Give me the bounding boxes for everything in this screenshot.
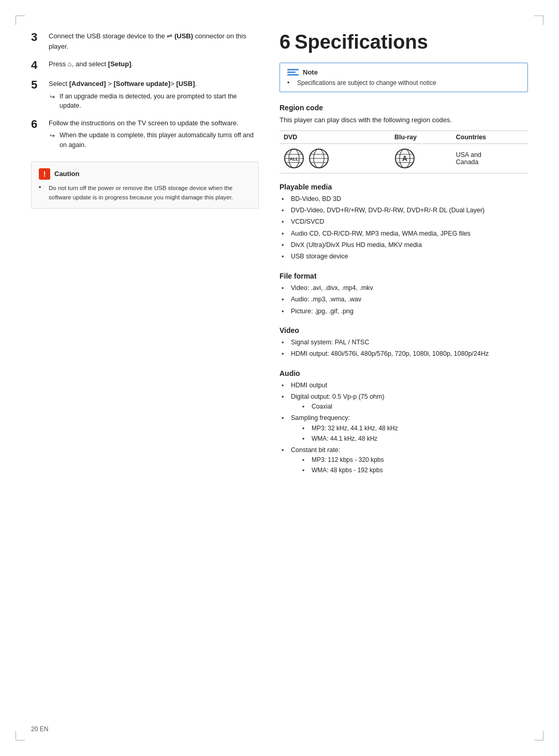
- list-item: • HDMI output: [280, 381, 528, 391]
- note-line-2: [287, 71, 296, 73]
- corner-mark-tl: [16, 16, 25, 25]
- caution-bullet: • Do not turn off the power or remove th…: [39, 184, 251, 202]
- list-item: •DivX (Ultra)/DivX Plus HD media, MKV me…: [280, 240, 528, 251]
- step-3-content: Connect the USB storage device to the ⇌ …: [49, 31, 259, 52]
- list-item: •Audio: .mp3, .wma, .wav: [280, 295, 528, 305]
- dvd-icons: ALL: [284, 148, 386, 169]
- sub-list: •MP3: 32 kHz, 44.1 kHz, 48 kHz •WMA: 44.…: [300, 424, 398, 444]
- bullet-dot: •: [282, 229, 288, 239]
- step-4-number: 4: [31, 59, 43, 71]
- step-5: 5 Select [Advanced] > [Software update]>…: [31, 79, 259, 111]
- step-3: 3 Connect the USB storage device to the …: [31, 31, 259, 52]
- region-code-title: Region code: [280, 104, 528, 112]
- item-text: Sampling frequency:: [291, 414, 350, 421]
- item-text: Digital output: 0.5 Vp-p (75 ohm): [291, 393, 385, 400]
- sub-list: •MP3: 112 kbps - 320 kpbs •WMA: 48 kpbs …: [300, 455, 384, 475]
- region-code-intro: This player can play discs with the foll…: [280, 115, 528, 125]
- sub-list: •Coaxial: [300, 402, 385, 412]
- list-item: •Audio CD, CD-R/CD-RW, MP3 media, WMA me…: [280, 229, 528, 239]
- step-6-arrow-text: When the update is complete, this player…: [60, 130, 259, 150]
- list-item: •VCD/SVCD: [280, 217, 528, 227]
- step-6-content: Follow the instructions on the TV screen…: [49, 118, 259, 150]
- caution-box: ! Caution • Do not turn off the power or…: [31, 162, 259, 209]
- list-item: • Sampling frequency: •MP3: 32 kHz, 44.1…: [280, 413, 528, 444]
- note-bullet-dot: •: [287, 79, 292, 86]
- list-item: •Video: .avi, .divx, .mp4, .mkv: [280, 283, 528, 294]
- sub-list-item: •MP3: 32 kHz, 44.1 kHz, 48 kHz: [300, 424, 398, 433]
- bullet-dot: •: [282, 241, 288, 251]
- countries-cell: USA and Canada: [452, 143, 528, 173]
- item-text: Signal system: PAL / NTSC: [291, 338, 369, 347]
- item-text: VCD/SVCD: [291, 217, 325, 227]
- step-3-number: 3: [31, 31, 43, 43]
- bullet-dot: •: [282, 392, 288, 402]
- note-item-text: Specifications are subject to change wit…: [295, 79, 436, 86]
- caution-title: Caution: [54, 170, 79, 178]
- step-5-arrow-text: If an upgrade media is detected, you are…: [60, 92, 259, 111]
- sub-item-text: WMA: 48 kpbs - 192 kpbs: [312, 466, 383, 475]
- list-item: • Digital output: 0.5 Vp-p (75 ohm) •Coa…: [280, 392, 528, 412]
- item-with-sub: Digital output: 0.5 Vp-p (75 ohm) •Coaxi…: [291, 392, 385, 412]
- step-6-number: 6: [31, 118, 43, 130]
- svg-text:A: A: [402, 154, 407, 163]
- dvd-icons-cell: ALL: [280, 143, 390, 173]
- col-countries: Countries: [452, 130, 528, 143]
- sub-bullet-dot: •: [302, 434, 308, 444]
- list-item: •Picture: .jpg, .gif, .png: [280, 307, 528, 317]
- bullet-dot: •: [282, 307, 288, 317]
- bullet-dot: •: [282, 252, 288, 262]
- bullet-dot: •: [282, 284, 288, 294]
- arrow-symbol: ↪: [50, 92, 57, 102]
- col-dvd: DVD: [280, 130, 390, 143]
- bullet-dot: •: [282, 206, 288, 216]
- right-column: 6Specifications Note • Specifications ar…: [280, 31, 528, 477]
- audio-list: • HDMI output • Digital output: 0.5 Vp-p…: [280, 381, 528, 476]
- file-format-title: File format: [280, 272, 528, 280]
- item-text: USB storage device: [291, 252, 348, 261]
- arrow-symbol-2: ↪: [50, 131, 57, 141]
- region-table: DVD Blu-ray Countries: [280, 130, 528, 173]
- video-list: •Signal system: PAL / NTSC •HDMI output:…: [280, 338, 528, 360]
- chapter-number: 6: [280, 31, 290, 53]
- list-item: •HDMI output: 480i/576i, 480p/576p, 720p…: [280, 349, 528, 359]
- list-item: •DVD-Video, DVD+R/+RW, DVD-R/-RW, DVD+R/…: [280, 206, 528, 216]
- bluray-a-globe-icon: A: [394, 148, 415, 169]
- bullet-dot: •: [282, 350, 288, 359]
- caution-bullet-dot: •: [39, 184, 44, 191]
- bullet-dot: •: [282, 446, 288, 456]
- bullet-dot: •: [282, 195, 288, 205]
- sub-item-text: MP3: 32 kHz, 44.1 kHz, 48 kHz: [312, 424, 398, 433]
- bluray-icons-cell: A: [390, 143, 452, 173]
- bullet-dot: •: [282, 338, 288, 348]
- corner-mark-bl: [16, 731, 25, 740]
- file-format-list: •Video: .avi, .divx, .mp4, .mkv •Audio: …: [280, 283, 528, 317]
- sub-bullet-dot: •: [302, 402, 308, 412]
- note-line-1: [287, 69, 299, 70]
- region-row: ALL: [280, 143, 528, 173]
- list-item: • Constant bit rate: •MP3: 112 kbps - 32…: [280, 445, 528, 476]
- note-line-3: [287, 74, 299, 76]
- sub-list-item: •Coaxial: [300, 402, 385, 412]
- note-box: Note • Specifications are subject to cha…: [280, 63, 528, 92]
- step-6-arrow-item: ↪ When the update is complete, this play…: [50, 130, 259, 150]
- list-item: •Signal system: PAL / NTSC: [280, 338, 528, 348]
- bullet-dot: •: [282, 414, 288, 424]
- item-text: DVD-Video, DVD+R/+RW, DVD-R/-RW, DVD+R/-…: [291, 206, 484, 215]
- note-bullet: • Specifications are subject to change w…: [287, 79, 520, 86]
- sub-list-item: •WMA: 48 kpbs - 192 kpbs: [300, 466, 384, 475]
- audio-title: Audio: [280, 369, 528, 377]
- step-5-content: Select [Advanced] > [Software update]> […: [49, 79, 259, 111]
- playable-media-title: Playable media: [280, 183, 528, 191]
- chapter-heading: 6Specifications: [280, 31, 528, 53]
- step-4: 4 Press ⌂, and select [Setup].: [31, 59, 259, 71]
- page: 3 Connect the USB storage device to the …: [0, 0, 559, 756]
- item-with-sub: Sampling frequency: •MP3: 32 kHz, 44.1 k…: [291, 413, 398, 444]
- sub-item-text: Coaxial: [312, 402, 332, 411]
- page-number: 20 EN: [31, 725, 48, 733]
- sub-bullet-dot: •: [302, 456, 308, 465]
- note-header: Note: [287, 68, 520, 76]
- sub-item-text: WMA: 44.1 kHz, 48 kHz: [312, 434, 377, 443]
- note-label: Note: [303, 68, 318, 76]
- bullet-dot: •: [282, 295, 288, 305]
- item-text: Audio: .mp3, .wma, .wav: [291, 295, 361, 304]
